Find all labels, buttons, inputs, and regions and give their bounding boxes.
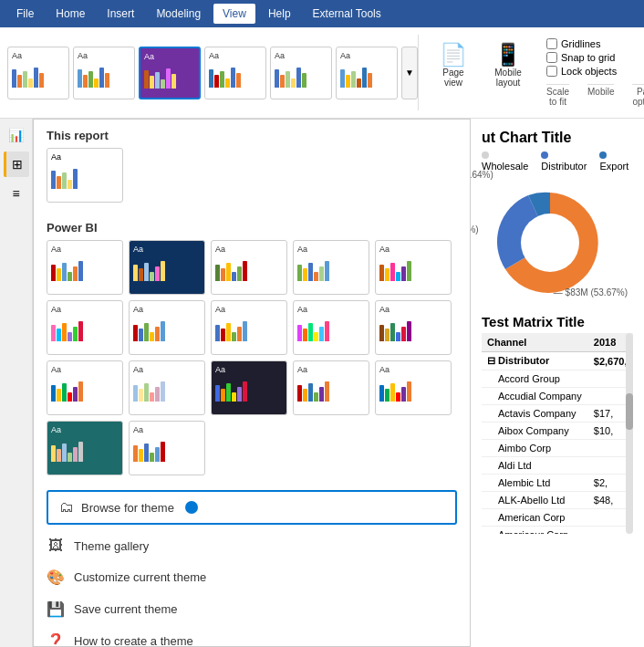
legend-wholesale: Wholesale: [482, 150, 530, 172]
theme-thumb-3[interactable]: Aa: [139, 47, 201, 99]
theme-row: Aa Aa Aa: [7, 47, 418, 99]
theme-card-12[interactable]: Aa: [129, 360, 205, 415]
how-to-item[interactable]: ❓ How to create a theme: [34, 625, 470, 647]
theme-card-14[interactable]: Aa: [293, 360, 369, 415]
page-view-icon: 📄: [440, 42, 467, 68]
chart-legend: Wholesale Distributor Export: [482, 150, 633, 172]
table-row: American Corp: [482, 509, 633, 527]
customize-icon: 🎨: [47, 569, 65, 586]
theme-card-1[interactable]: Aa: [47, 240, 123, 295]
mobile-layout-icon: 📱: [494, 42, 522, 68]
lock-objects-input[interactable]: [546, 66, 557, 77]
sidebar-icon-data[interactable]: ≡: [4, 181, 29, 206]
theme-card-5[interactable]: Aa: [375, 240, 452, 295]
scale-to-fit-label: Scale to fit: [546, 84, 569, 107]
theme-card-6[interactable]: Aa: [47, 300, 123, 355]
save-icon: 💾: [47, 600, 65, 618]
browse-circle: [185, 501, 198, 514]
theme-card-9[interactable]: Aa: [293, 300, 369, 355]
this-report-grid: Aa: [34, 148, 470, 212]
menu-view[interactable]: View: [213, 4, 255, 24]
browse-icon: 🗂: [59, 499, 74, 516]
theme-card-3[interactable]: Aa: [211, 240, 287, 295]
menu-home[interactable]: Home: [47, 4, 94, 24]
this-report-card[interactable]: Aa: [47, 148, 123, 203]
gridlines-input[interactable]: [546, 38, 557, 49]
theme-card-11[interactable]: Aa: [47, 360, 123, 415]
svg-point-0: [521, 214, 579, 272]
scrollbar-thumb: [626, 393, 633, 430]
theme-thumb-1[interactable]: Aa: [7, 47, 69, 99]
theme-card-7[interactable]: Aa: [129, 300, 205, 355]
sidebar: 📊 ⊞ ≡: [0, 119, 33, 647]
gridlines-check[interactable]: Gridlines: [546, 38, 644, 49]
this-report-title: This report: [34, 120, 470, 148]
segment-label-3: — $83M (53.67%): [554, 287, 628, 297]
donut-chart: $3M (14.64%) (68%) — $83M (53.67%): [482, 179, 618, 307]
help-circle-icon: ❓: [47, 632, 65, 647]
theme-thumb-5[interactable]: Aa: [270, 47, 332, 99]
theme-thumb-4[interactable]: Aa: [204, 47, 266, 99]
matrix-table: Channel 2018 ⊟ Distributor$2,670,Accord …: [482, 333, 633, 534]
save-theme-item[interactable]: 💾 Save current theme: [34, 593, 470, 625]
matrix-title: Test Matrix Title: [482, 314, 633, 329]
table-row: Aibox Company$10,: [482, 423, 633, 440]
lock-objects-check[interactable]: Lock objects: [546, 66, 644, 77]
how-to-label: How to create a theme: [74, 634, 193, 647]
sidebar-icon-chart[interactable]: 📊: [4, 122, 29, 148]
theme-thumb-2[interactable]: Aa: [73, 47, 135, 99]
browse-for-theme-btn[interactable]: 🗂 Browse for theme: [47, 490, 457, 525]
theme-gallery-label: Theme gallery: [74, 539, 149, 553]
power-bi-title: Power BI: [34, 212, 470, 240]
theme-card-10[interactable]: Aa: [375, 300, 452, 355]
theme-gallery-icon: 🖼: [47, 537, 65, 554]
col-channel: Channel: [482, 333, 588, 352]
theme-card-8[interactable]: Aa: [211, 300, 287, 355]
snap-to-grid-check[interactable]: Snap to grid: [546, 52, 644, 63]
table-row: ALK-Abello Ltd$48,: [482, 492, 633, 509]
segment-label-1: $3M (14.64%): [471, 170, 493, 180]
save-label: Save current theme: [74, 602, 177, 616]
legend-export: Export: [599, 150, 633, 172]
table-row: Accord Group: [482, 370, 633, 388]
theme-card-13[interactable]: Aa: [211, 360, 287, 415]
chart-title: ut Chart Title: [482, 130, 633, 146]
page-view-label: Page view: [433, 68, 473, 88]
table-scrollbar[interactable]: [626, 333, 633, 534]
browse-label: Browse for theme: [81, 501, 174, 515]
theme-thumb-6[interactable]: Aa: [336, 47, 398, 99]
page-options-label: Page options: [632, 84, 644, 107]
theme-gallery-item[interactable]: 🖼 Theme gallery: [34, 530, 470, 561]
power-bi-grid: Aa Aa: [34, 240, 470, 485]
ribbon: Aa Aa Aa: [0, 27, 644, 119]
menu-modeling[interactable]: Modeling: [147, 4, 210, 24]
sidebar-icon-table[interactable]: ⊞: [4, 151, 29, 177]
page-view-btn[interactable]: 📄 Page view: [430, 38, 477, 91]
segment-label-2: (68%): [471, 224, 479, 235]
theme-scroll-btn[interactable]: ▼: [401, 47, 418, 99]
theme-card-17[interactable]: Aa: [129, 421, 205, 475]
menu-help[interactable]: Help: [259, 4, 300, 24]
table-row: Accudial Company: [482, 388, 633, 405]
table-row: Americour Corp: [482, 527, 633, 535]
theme-card-16[interactable]: Aa: [47, 421, 123, 475]
theme-card-15[interactable]: Aa: [375, 360, 452, 415]
theme-card-2[interactable]: Aa: [129, 240, 205, 295]
theme-card-4[interactable]: Aa: [293, 240, 369, 295]
table-row: Alembic Ltd$2,: [482, 475, 633, 492]
ribbon-right: 📄 Page view 📱 Mobile layout Gridlines Sn…: [418, 35, 644, 110]
main-area: 📊 ⊞ ≡ This report Aa Power BI Aa: [0, 119, 644, 647]
table-row: Aldi Ltd: [482, 457, 633, 475]
table-row: Actavis Company$17,: [482, 405, 633, 423]
dropdown-panel: This report Aa Power BI Aa: [33, 119, 471, 647]
legend-distributor: Distributor: [541, 150, 588, 172]
menu-insert[interactable]: Insert: [98, 4, 143, 24]
customize-theme-item[interactable]: 🎨 Customize current theme: [34, 561, 470, 593]
menu-file[interactable]: File: [7, 4, 43, 24]
mobile-layout-btn[interactable]: 📱 Mobile layout: [484, 38, 532, 91]
mobile-label: Mobile: [587, 84, 614, 107]
menu-external-tools[interactable]: External Tools: [304, 4, 390, 24]
snap-to-grid-input[interactable]: [546, 52, 557, 63]
customize-label: Customize current theme: [74, 570, 206, 584]
chart-area: ut Chart Title Wholesale Distributor Exp…: [471, 119, 644, 647]
